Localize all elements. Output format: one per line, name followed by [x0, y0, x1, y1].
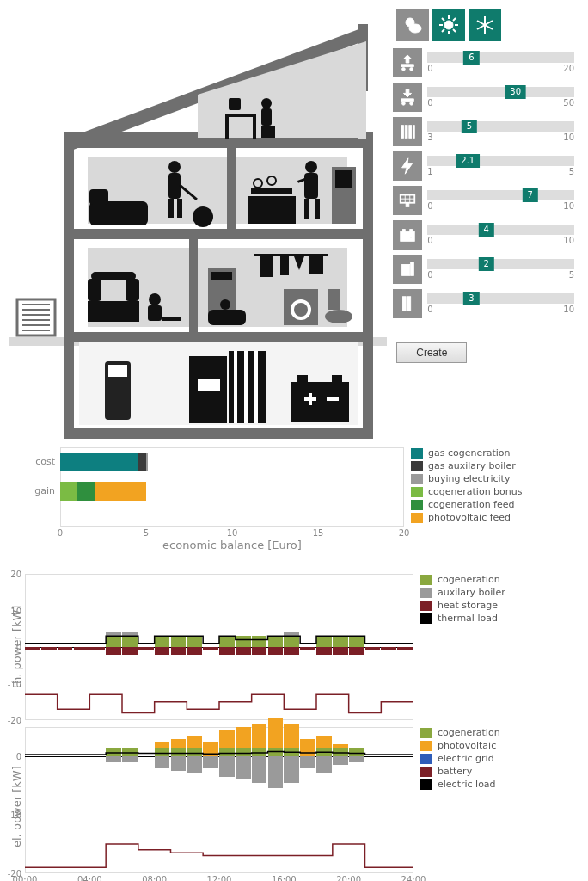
svg-rect-60 [309, 256, 323, 274]
svg-rect-74 [291, 382, 349, 422]
svg-rect-114 [403, 297, 407, 311]
svg-rect-100 [409, 126, 412, 139]
svg-text:+: + [405, 233, 410, 241]
svg-rect-47 [88, 279, 101, 301]
svg-rect-46 [189, 239, 198, 332]
svg-text:-: - [410, 233, 413, 241]
svg-rect-106 [406, 203, 409, 207]
snowflake-icon[interactable] [469, 9, 501, 41]
svg-rect-64 [328, 289, 340, 310]
svg-rect-32 [177, 199, 182, 218]
svg-rect-48 [126, 279, 139, 301]
svg-rect-21 [253, 117, 256, 139]
svg-rect-52 [162, 317, 181, 321]
slider-track[interactable]: 30 [427, 87, 574, 97]
svg-rect-58 [260, 256, 273, 277]
svg-rect-99 [406, 126, 408, 139]
svg-rect-28 [89, 189, 108, 205]
import-price-icon [393, 83, 422, 112]
slider-track[interactable]: 2 [427, 259, 574, 269]
slider-thumb[interactable]: 4 [478, 223, 493, 237]
svg-rect-98 [401, 126, 404, 139]
svg-line-87 [442, 18, 444, 21]
slider-thumb[interactable]: 6 [463, 51, 479, 65]
svg-point-33 [193, 206, 213, 227]
svg-point-23 [261, 98, 272, 108]
battery-icon: +- [393, 220, 422, 250]
svg-rect-108 [403, 230, 406, 232]
slider-track[interactable]: 3 [427, 293, 574, 304]
svg-rect-115 [407, 297, 411, 311]
svg-line-90 [453, 18, 456, 21]
svg-rect-55 [208, 310, 246, 325]
slider-track[interactable]: 4 [427, 225, 574, 235]
partly-cloudy-icon[interactable] [396, 9, 429, 41]
slider-thumb[interactable]: 5 [462, 120, 477, 133]
svg-point-50 [149, 293, 161, 305]
svg-point-39 [305, 161, 317, 173]
svg-rect-112 [402, 265, 410, 276]
slider-thumb[interactable]: 7 [523, 188, 538, 202]
chp-icon [393, 255, 422, 284]
slider-thermal-store: 3010 [393, 289, 579, 318]
slider-chp: 205 [393, 255, 579, 284]
export-price-icon [393, 48, 422, 77]
sun-icon[interactable] [432, 9, 465, 41]
svg-rect-70 [234, 351, 237, 423]
slider-track[interactable]: 6 [427, 52, 574, 63]
svg-rect-19 [225, 114, 256, 117]
svg-rect-41 [304, 199, 309, 219]
svg-rect-25 [261, 126, 275, 138]
slider-thumb[interactable]: 30 [505, 85, 526, 99]
svg-line-88 [453, 29, 456, 32]
svg-rect-18 [79, 138, 358, 148]
svg-rect-24 [261, 108, 272, 126]
svg-rect-75 [297, 375, 308, 382]
thermal-legend: cogenerationauxilary boilerheat storaget… [413, 574, 505, 720]
svg-rect-72 [254, 351, 258, 423]
svg-rect-101 [413, 126, 415, 139]
heating-icon [393, 117, 422, 146]
slider-track[interactable]: 2.1 [427, 156, 574, 166]
svg-point-95 [410, 68, 413, 71]
svg-point-81 [409, 24, 421, 33]
slider-import-price: 30050 [393, 83, 579, 112]
lightning-icon [393, 151, 422, 181]
svg-rect-22 [229, 98, 241, 110]
slider-battery: +-4010 [393, 220, 579, 250]
svg-point-56 [220, 299, 230, 310]
svg-rect-31 [168, 199, 174, 218]
svg-rect-113 [411, 262, 414, 276]
svg-rect-35 [248, 196, 296, 224]
svg-rect-54 [211, 272, 232, 280]
slider-export-price: 6020 [393, 48, 579, 77]
svg-point-96 [402, 102, 406, 106]
svg-line-89 [442, 29, 444, 32]
slider-solar-panel: 7010 [393, 186, 579, 215]
svg-rect-109 [410, 230, 413, 232]
econ-xlabel: economic balance [Euro] [60, 539, 404, 551]
slider-track[interactable]: 5 [427, 121, 574, 132]
thermal-power-chart [25, 574, 413, 720]
svg-rect-71 [244, 351, 248, 423]
slider-track[interactable]: 7 [427, 190, 574, 200]
thermal-store-icon [393, 289, 422, 318]
house-illustration [9, 9, 389, 439]
svg-point-94 [402, 68, 406, 71]
svg-rect-27 [89, 201, 148, 225]
svg-rect-73 [198, 379, 220, 391]
economic-balance-chart: costgain [60, 447, 404, 527]
slider-thumb[interactable]: 2.1 [456, 154, 480, 168]
slider-thumb[interactable]: 3 [463, 292, 479, 305]
slider-thumb[interactable]: 2 [478, 257, 493, 271]
electric-legend: cogenerationphotovoltaicelectric gridbat… [413, 727, 500, 881]
svg-point-29 [168, 161, 181, 173]
svg-rect-42 [315, 199, 320, 219]
solar-panel-icon [393, 186, 422, 215]
create-button[interactable]: Create [396, 342, 467, 363]
svg-rect-12 [69, 332, 368, 342]
svg-point-65 [325, 310, 352, 323]
mode-row [393, 9, 579, 41]
svg-point-97 [410, 102, 413, 106]
svg-rect-11 [69, 229, 368, 239]
